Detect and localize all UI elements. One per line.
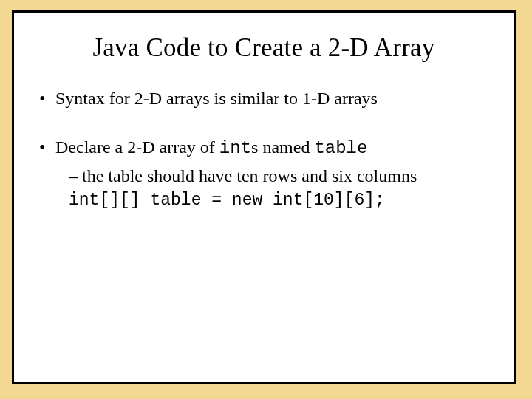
bullet-item: Syntax for 2-D arrays is similar to 1-D … [36, 86, 493, 110]
code-inline: int [219, 138, 251, 158]
slide-frame: Java Code to Create a 2-D Array Syntax f… [12, 10, 516, 384]
bullet-text-part: Declare a 2-D array of [55, 137, 219, 157]
sub-bullet: the table should have ten rows and six c… [69, 164, 493, 188]
code-line: int[][] table = new int[10][6]; [69, 189, 493, 212]
slide-title: Java Code to Create a 2-D Array [35, 33, 493, 63]
bullet-list: Syntax for 2-D arrays is similar to 1-D … [36, 86, 493, 212]
code-inline: table [314, 138, 367, 158]
sub-list: the table should have ten rows and six c… [55, 164, 493, 212]
bullet-text: Syntax for 2-D arrays is similar to 1-D … [55, 89, 378, 108]
bullet-item: Declare a 2-D array of ints named table … [36, 135, 493, 212]
bullet-text: Declare a 2-D array of ints named table [55, 137, 367, 157]
bullet-text-part: s named [251, 137, 314, 157]
sub-bullet-text: the table should have ten rows and six c… [82, 166, 417, 185]
